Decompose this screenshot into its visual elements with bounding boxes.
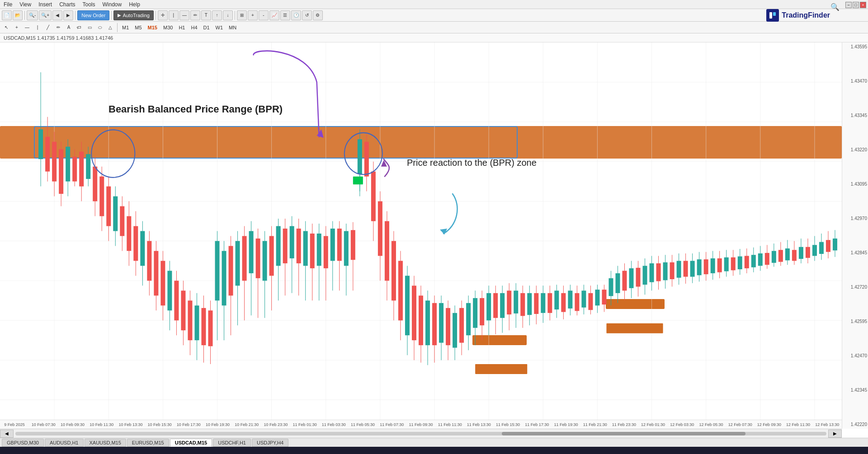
menu-help[interactable]: Help: [129, 1, 140, 8]
time-button[interactable]: 🕐: [291, 10, 301, 20]
scroll-right-button[interactable]: ▶: [63, 10, 73, 20]
autotrading-button[interactable]: ▶ AutoTrading: [113, 10, 154, 20]
price-5: 1.42970: [843, 216, 867, 221]
menu-window[interactable]: Window: [103, 1, 122, 8]
price-7: 1.42720: [843, 285, 867, 290]
chart-area[interactable]: Bearish Balanced Price Range (BPR) Price…: [0, 42, 868, 438]
price-10: 1.42345: [843, 388, 867, 393]
time-13: 11 Feb 07:30: [377, 422, 406, 427]
settings-button[interactable]: ⚙: [313, 10, 323, 20]
arrow-up-button[interactable]: ↑: [212, 10, 222, 20]
svg-rect-143: [425, 300, 430, 345]
zoom-fit-button[interactable]: ⊞: [237, 10, 247, 20]
pen-button[interactable]: ✏: [54, 23, 63, 32]
triangle-button[interactable]: △: [106, 23, 115, 32]
price-6: 1.42845: [843, 250, 867, 255]
tab-usdcad-m15[interactable]: USDCAD,M15: [170, 439, 212, 447]
svg-rect-59: [147, 241, 151, 281]
tf-h1[interactable]: H1: [176, 23, 187, 32]
svg-rect-145: [432, 303, 437, 345]
time-22: 12 Feb 01:30: [638, 422, 667, 427]
svg-rect-51: [120, 206, 124, 236]
trendline-button[interactable]: ╱: [43, 23, 52, 32]
draw-button[interactable]: ✏: [190, 10, 200, 20]
tab-audusd-h1[interactable]: AUDUSD,H1: [45, 439, 84, 447]
window-controls: − □ ×: [845, 2, 866, 8]
tf-m30[interactable]: M30: [161, 23, 175, 32]
chart-canvas[interactable]: Bearish Balanced Price Range (BPR) Price…: [0, 42, 842, 420]
menu-tools[interactable]: Tools: [83, 1, 95, 8]
maximize-button[interactable]: □: [853, 2, 859, 8]
new-chart-button[interactable]: 📄: [2, 10, 12, 20]
scrollbar-thumb[interactable]: [502, 432, 745, 435]
close-button[interactable]: ×: [860, 2, 866, 8]
menu-bar: File View Insert Charts Tools Window Hel…: [0, 0, 868, 9]
bpr-label: Bearish Balanced Price Range (BPR): [108, 103, 283, 115]
scroll-right-btn[interactable]: ▶: [828, 430, 842, 438]
scroll-left-btn[interactable]: ◀: [0, 430, 14, 438]
zoom-out-button[interactable]: 🔍-: [27, 10, 38, 20]
tab-eurusd-m15[interactable]: EURUSD,M15: [127, 439, 169, 447]
zoom-in2-button[interactable]: +: [248, 10, 258, 20]
arrow-down-button[interactable]: ↓: [223, 10, 233, 20]
cursor-button[interactable]: ↖: [2, 23, 11, 32]
svg-rect-131: [385, 221, 389, 281]
svg-rect-164: [493, 293, 498, 318]
svg-rect-65: [167, 271, 172, 310]
svg-rect-217: [670, 262, 675, 279]
svg-rect-170: [514, 290, 518, 314]
svg-rect-190: [581, 290, 586, 307]
tab-gbpusd-m30[interactable]: GBPUSD,M30: [2, 439, 44, 447]
menu-view[interactable]: View: [19, 1, 31, 8]
svg-rect-71: [188, 300, 192, 340]
svg-rect-237: [738, 257, 742, 270]
vline-button[interactable]: |: [33, 23, 42, 32]
svg-rect-263: [826, 240, 830, 252]
minimize-button[interactable]: −: [845, 2, 852, 8]
refresh-button[interactable]: ↺: [302, 10, 312, 20]
scrollbar-track[interactable]: [15, 432, 826, 435]
tf-h4[interactable]: H4: [189, 23, 199, 32]
tab-xauusd-m15[interactable]: XAUUSD,M15: [85, 439, 126, 447]
svg-rect-135: [398, 261, 403, 320]
tf-m1[interactable]: M1: [120, 23, 131, 32]
bottom-tabs: GBPUSD,M30 AUDUSD,H1 XAUUSD,M15 EURUSD,M…: [0, 438, 868, 447]
menu-charts[interactable]: Charts: [59, 1, 75, 8]
indicators-button[interactable]: 📈: [269, 10, 279, 20]
menu-insert[interactable]: Insert: [38, 1, 52, 8]
tf-m5[interactable]: M5: [132, 23, 144, 32]
tf-w1[interactable]: W1: [213, 23, 226, 32]
zoom-out2-button[interactable]: -: [259, 10, 269, 20]
text2-button[interactable]: A: [64, 23, 73, 32]
time-19: 11 Feb 19:30: [552, 422, 580, 427]
ellipse-button[interactable]: ⬭: [95, 23, 104, 32]
label-button[interactable]: 🏷: [75, 23, 84, 32]
hline-button[interactable]: —: [23, 23, 32, 32]
chart-search-button[interactable]: 🔍: [830, 2, 840, 12]
crosshair-button[interactable]: ✛: [158, 10, 168, 20]
tf-mn[interactable]: MN: [226, 23, 239, 32]
tab-usdchf-h1[interactable]: USDCHF,H1: [213, 439, 251, 447]
templates-button[interactable]: ☰: [280, 10, 290, 20]
tab-usdjpy-h4[interactable]: USDJPY,H4: [252, 439, 288, 447]
svg-rect-121: [358, 139, 362, 174]
scroll-left-button[interactable]: ◀: [52, 10, 62, 20]
open-button[interactable]: 📂: [13, 10, 23, 20]
text-button[interactable]: T: [201, 10, 211, 20]
svg-rect-253: [792, 250, 797, 261]
period-sep-button[interactable]: |: [169, 10, 179, 20]
tf-m15[interactable]: M15: [146, 23, 160, 32]
rectangle-button[interactable]: ▭: [85, 23, 94, 32]
new-order-button[interactable]: New Order: [77, 10, 109, 20]
period-button[interactable]: —: [179, 10, 189, 20]
crosshair2-button[interactable]: +: [12, 23, 21, 32]
svg-rect-55: [133, 226, 138, 261]
svg-rect-41: [86, 154, 90, 179]
tf-d1[interactable]: D1: [201, 23, 212, 32]
menu-file[interactable]: File: [4, 1, 12, 8]
time-21: 11 Feb 23:30: [609, 422, 638, 427]
svg-rect-119: [351, 230, 355, 260]
svg-rect-225: [697, 259, 702, 275]
svg-rect-180: [547, 293, 552, 313]
zoom-in-button[interactable]: 🔍+: [39, 10, 52, 20]
